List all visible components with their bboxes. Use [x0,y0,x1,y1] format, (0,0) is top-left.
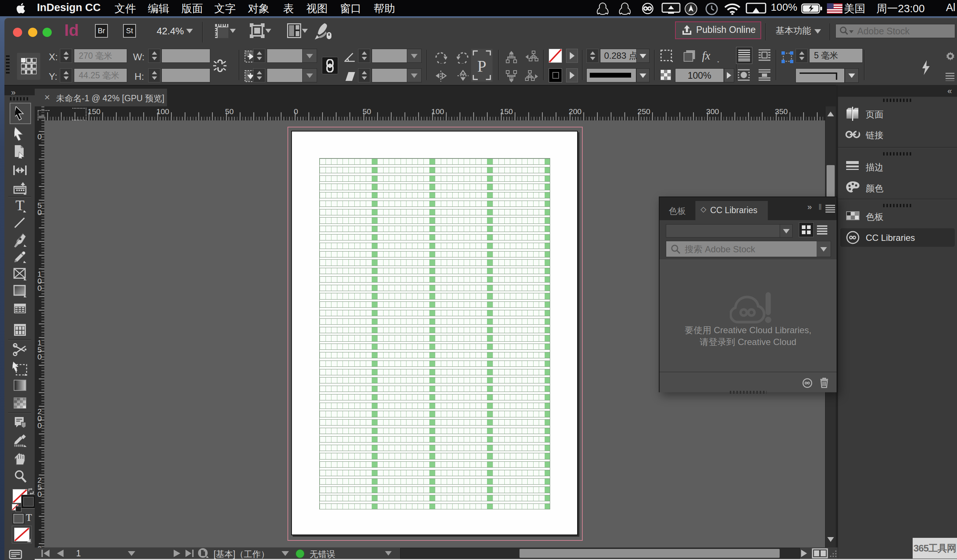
svg-text:T: T [16,199,24,212]
svg-text:P: P [477,57,486,75]
